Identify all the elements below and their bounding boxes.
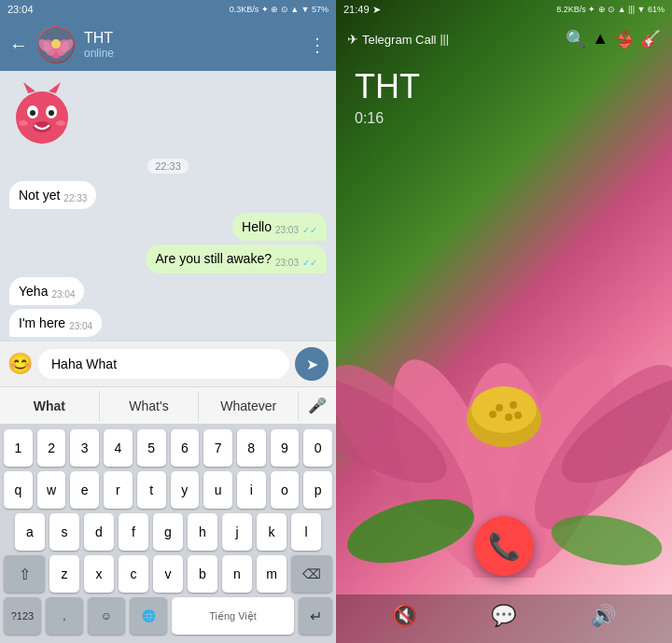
end-call-icon: 📞 [488, 531, 521, 562]
key-a[interactable]: a [15, 513, 45, 551]
key-o[interactable]: o [271, 471, 300, 509]
key-u[interactable]: u [203, 471, 232, 509]
qwerty-row: q w e r t y u i o p [4, 471, 332, 509]
mute-button[interactable]: 🔇 [392, 604, 417, 628]
speaker-icon: 🔊 [591, 604, 616, 628]
message-input[interactable] [38, 349, 289, 379]
svg-point-7 [16, 91, 68, 144]
key-x[interactable]: x [84, 555, 114, 593]
chat-button[interactable]: 💬 [491, 604, 516, 628]
contact-status: online [84, 47, 299, 60]
svg-point-28 [505, 413, 512, 421]
key-r[interactable]: r [104, 471, 133, 509]
space-key[interactable]: Tiếng Việt [172, 597, 294, 635]
svg-point-30 [514, 412, 522, 419]
speaker-button[interactable]: 🔊 [591, 604, 616, 628]
key-1[interactable]: 1 [4, 429, 33, 467]
key-p[interactable]: p [303, 471, 332, 509]
right-phone: 21:49 ➤ 8.2KB/s ✦ ⊕ ⊙ ▲ ||| ▼ 61% ✈ Tele… [336, 0, 672, 643]
arrow-icon: ➤ [372, 4, 381, 15]
autocomplete-whats[interactable]: What's [100, 391, 200, 421]
key-8[interactable]: 8 [237, 429, 266, 467]
menu-button[interactable]: ⋮ [308, 34, 327, 56]
key-w[interactable]: w [37, 471, 66, 509]
key-z[interactable]: z [49, 555, 79, 593]
key-v[interactable]: v [153, 555, 183, 593]
search-call-icon[interactable]: 🔍 [566, 29, 586, 49]
contact-name: THT [84, 30, 299, 47]
key-i[interactable]: i [237, 471, 266, 509]
key-3[interactable]: 3 [70, 429, 99, 467]
call-header-icons: 🔍 ▲ 👙 🎸 [566, 29, 661, 49]
key-t[interactable]: t [137, 471, 166, 509]
status-bar-left: 23:04 0.3KB/s ✦ ⊕ ⊙ ▲ ▼ 57% [0, 0, 336, 19]
back-button[interactable]: ← [9, 35, 28, 56]
key-m[interactable]: m [257, 555, 287, 593]
key-q[interactable]: q [4, 471, 33, 509]
autocomplete-what[interactable]: What [0, 391, 100, 421]
key-b[interactable]: b [188, 555, 217, 593]
key-l[interactable]: l [291, 513, 321, 551]
message-im-here: I'm here 23:04 [9, 309, 102, 337]
comma-key[interactable]: , [46, 597, 83, 635]
call-header: ✈ Telegram Call ||| 🔍 ▲ 👙 🎸 [336, 19, 672, 60]
key-j[interactable]: j [222, 513, 252, 551]
key-k[interactable]: k [257, 513, 287, 551]
svg-point-10 [30, 110, 35, 116]
screen-icon[interactable]: ▲ [592, 29, 609, 49]
avatar [37, 26, 75, 63]
avatar-image [38, 27, 74, 63]
autocomplete-whatever[interactable]: Whatever [199, 391, 299, 421]
call-duration: 0:16 [336, 110, 672, 146]
telegram-call-label: ✈ Telegram Call ||| [347, 32, 449, 47]
message-hello: Hello 23:03 ✓✓ [232, 213, 327, 241]
key-y[interactable]: y [171, 471, 200, 509]
return-key[interactable]: ↵ [299, 597, 332, 635]
svg-point-16 [56, 120, 65, 126]
sticker-area [9, 78, 327, 151]
svg-point-27 [510, 401, 517, 409]
key-0[interactable]: 0 [303, 429, 332, 467]
shift-key[interactable]: ⇧ [4, 555, 45, 593]
left-phone: 23:04 0.3KB/s ✦ ⊕ ⊙ ▲ ▼ 57% ← THT online… [0, 0, 336, 643]
header-info: THT online [84, 30, 299, 60]
svg-point-26 [496, 404, 503, 412]
bikini-icon[interactable]: 👙 [614, 29, 635, 49]
status-bar-right: 21:49 ➤ 8.2KB/s ✦ ⊕ ⊙ ▲ ||| ▼ 61% [336, 0, 672, 19]
send-button[interactable]: ➤ [295, 347, 329, 381]
call-bottom-bar: 🔇 💬 🔊 [336, 594, 672, 643]
key-n[interactable]: n [222, 555, 252, 593]
emoji-button[interactable]: 😊 [7, 352, 33, 376]
chat-icon: 💬 [491, 604, 516, 628]
svg-point-15 [19, 120, 28, 126]
telegram-paper-plane-icon: ✈ [347, 32, 358, 47]
svg-point-29 [489, 411, 497, 418]
key-f[interactable]: f [119, 513, 148, 551]
key-h[interactable]: h [188, 513, 217, 551]
indicators-left: 0.3KB/s ✦ ⊕ ⊙ ▲ ▼ 57% [230, 5, 329, 14]
key-7[interactable]: 7 [203, 429, 232, 467]
key-s[interactable]: s [49, 513, 79, 551]
emoji-keyboard-key[interactable]: ☺ [88, 597, 125, 635]
timestamp-2233: 22:33 [147, 159, 189, 174]
key-e[interactable]: e [70, 471, 99, 509]
number-row: 1 2 3 4 5 6 7 8 9 0 [4, 429, 332, 467]
telegram-header: ← THT online ⋮ [0, 19, 336, 71]
symbols-key[interactable]: ?123 [4, 597, 41, 635]
key-2[interactable]: 2 [37, 429, 66, 467]
mic-button[interactable]: 🎤 [299, 389, 336, 422]
message-not-yet: Not yet 22:33 [9, 181, 96, 209]
end-call-button[interactable]: 📞 [474, 516, 534, 576]
svg-point-25 [471, 386, 537, 433]
key-4[interactable]: 4 [104, 429, 133, 467]
key-5[interactable]: 5 [137, 429, 166, 467]
globe-key[interactable]: 🌐 [130, 597, 167, 635]
svg-marker-13 [23, 82, 35, 93]
backspace-key[interactable]: ⌫ [291, 555, 332, 593]
key-6[interactable]: 6 [171, 429, 200, 467]
guitar-icon[interactable]: 🎸 [640, 29, 661, 49]
key-9[interactable]: 9 [271, 429, 300, 467]
key-d[interactable]: d [84, 513, 114, 551]
key-c[interactable]: c [119, 555, 148, 593]
key-g[interactable]: g [153, 513, 183, 551]
